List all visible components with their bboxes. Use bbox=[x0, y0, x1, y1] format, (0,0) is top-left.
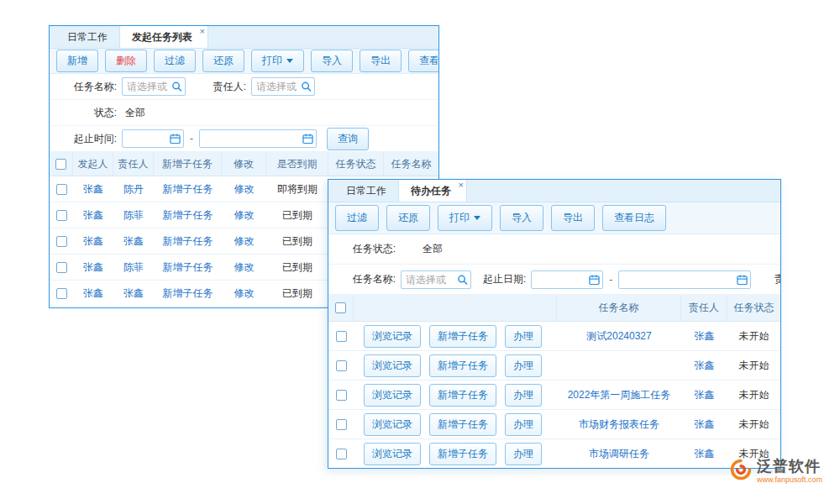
browse-records-button[interactable]: 浏览记录 bbox=[364, 443, 421, 465]
import-button[interactable]: 导入 bbox=[500, 205, 543, 231]
add-subtask-button[interactable]: 新增子任务 bbox=[429, 384, 496, 407]
handle-button[interactable]: 办理 bbox=[505, 413, 542, 436]
col-header-due[interactable]: 是否到期 bbox=[266, 152, 328, 176]
calendar-icon[interactable] bbox=[170, 134, 181, 144]
browse-records-button[interactable]: 浏览记录 bbox=[364, 384, 421, 407]
owner-link[interactable]: 张鑫 bbox=[681, 447, 727, 461]
add-subtask-button[interactable]: 新增子任务 bbox=[429, 325, 496, 348]
due-status: 已到期 bbox=[266, 208, 328, 223]
row-checkbox[interactable] bbox=[336, 419, 347, 430]
row-checkbox[interactable] bbox=[336, 331, 347, 342]
add-subtask-button[interactable]: 新增子任务 bbox=[429, 354, 496, 377]
row-checkbox[interactable] bbox=[56, 210, 67, 221]
row-checkbox[interactable] bbox=[336, 390, 347, 401]
restore-button[interactable]: 还原 bbox=[202, 50, 244, 72]
tab-initiated-task-list[interactable]: 发起任务列表 × bbox=[119, 26, 208, 48]
col-header-owner[interactable]: 责任人 bbox=[681, 295, 727, 321]
row-checkbox[interactable] bbox=[56, 236, 67, 247]
task-status-value[interactable]: 全部 bbox=[423, 242, 443, 256]
query-button[interactable]: 查询 bbox=[327, 128, 369, 150]
view-log-button[interactable]: 查看日志 bbox=[408, 50, 439, 72]
modify-link[interactable]: 修改 bbox=[222, 260, 266, 275]
handle-button[interactable]: 办理 bbox=[505, 384, 542, 407]
calendar-icon[interactable] bbox=[302, 134, 313, 144]
col-header-owner[interactable]: 责任人 bbox=[113, 152, 154, 176]
modify-link[interactable]: 修改 bbox=[222, 234, 266, 249]
delete-button[interactable]: 删除 bbox=[105, 50, 147, 72]
add-subtask-link[interactable]: 新增子任务 bbox=[154, 260, 222, 275]
col-header-task-status[interactable]: 任务状态 bbox=[727, 295, 780, 321]
handle-button[interactable]: 办理 bbox=[505, 443, 542, 465]
owner-link[interactable]: 张鑫 bbox=[113, 286, 154, 301]
browse-records-button[interactable]: 浏览记录 bbox=[364, 354, 421, 377]
handle-button[interactable]: 办理 bbox=[505, 354, 542, 377]
calendar-icon[interactable] bbox=[737, 274, 748, 285]
modify-link[interactable]: 修改 bbox=[222, 182, 266, 197]
close-icon[interactable]: × bbox=[200, 26, 205, 36]
handle-button[interactable]: 办理 bbox=[505, 325, 542, 348]
owner-link[interactable]: 张鑫 bbox=[681, 388, 727, 402]
row-checkbox[interactable] bbox=[336, 449, 347, 459]
filter-button[interactable]: 过滤 bbox=[335, 205, 379, 231]
filter-button[interactable]: 过滤 bbox=[154, 50, 196, 72]
row-checkbox[interactable] bbox=[336, 360, 347, 371]
calendar-icon[interactable] bbox=[589, 274, 600, 285]
close-icon[interactable]: × bbox=[459, 180, 464, 190]
view-log-button[interactable]: 查看日志 bbox=[602, 205, 666, 231]
add-subtask-link[interactable]: 新增子任务 bbox=[154, 234, 222, 249]
restore-button[interactable]: 还原 bbox=[386, 205, 430, 231]
row-checkbox[interactable] bbox=[56, 184, 67, 195]
add-subtask-link[interactable]: 新增子任务 bbox=[154, 182, 222, 197]
tab-daily-work[interactable]: 日常工作 bbox=[55, 26, 119, 48]
export-button[interactable]: 导出 bbox=[360, 50, 402, 72]
browse-records-button[interactable]: 浏览记录 bbox=[364, 325, 421, 348]
initiator-link[interactable]: 张鑫 bbox=[73, 286, 113, 301]
modify-link[interactable]: 修改 bbox=[222, 208, 266, 223]
task-name-link[interactable]: 市场财务报表任务 bbox=[557, 417, 681, 432]
row-checkbox[interactable] bbox=[56, 288, 67, 299]
col-header-modify[interactable]: 修改 bbox=[222, 152, 266, 176]
task-name-link[interactable]: 2022年第一周施工任务 bbox=[557, 388, 681, 402]
row-checkbox[interactable] bbox=[56, 262, 67, 273]
col-header-initiator[interactable]: 发起人 bbox=[73, 152, 113, 176]
search-icon[interactable] bbox=[301, 81, 312, 92]
select-all-checkbox[interactable] bbox=[335, 302, 346, 313]
owner-link[interactable]: 陈菲 bbox=[113, 208, 154, 223]
status-value[interactable]: 全部 bbox=[125, 106, 145, 120]
export-button[interactable]: 导出 bbox=[551, 205, 595, 231]
initiator-link[interactable]: 张鑫 bbox=[73, 182, 113, 197]
owner-link[interactable]: 张鑫 bbox=[681, 329, 727, 344]
initiator-link[interactable]: 张鑫 bbox=[73, 208, 113, 223]
print-button[interactable]: 打印 bbox=[251, 50, 304, 72]
tab-daily-work[interactable]: 日常工作 bbox=[334, 180, 398, 202]
task-name-link[interactable]: 市场调研任务 bbox=[557, 447, 681, 461]
add-subtask-link[interactable]: 新增子任务 bbox=[154, 208, 222, 223]
owner-link[interactable]: 张鑫 bbox=[681, 359, 727, 373]
select-all-checkbox[interactable] bbox=[55, 159, 66, 170]
owner-link[interactable]: 陈菲 bbox=[113, 260, 154, 275]
task-name-link[interactable]: 测试20240327 bbox=[557, 329, 681, 344]
owner-link[interactable]: 张鑫 bbox=[681, 417, 727, 432]
toolbar: 新增 删除 过滤 还原 打印 导入 导出 查看日志 bbox=[50, 49, 438, 74]
search-icon[interactable] bbox=[171, 81, 182, 92]
add-subtask-link[interactable]: 新增子任务 bbox=[154, 286, 222, 301]
browse-records-button[interactable]: 浏览记录 bbox=[364, 413, 421, 436]
tab-todo-tasks[interactable]: 待办任务 × bbox=[398, 180, 467, 202]
add-subtask-button[interactable]: 新增子任务 bbox=[429, 443, 496, 465]
add-subtask-button[interactable]: 新增子任务 bbox=[429, 413, 496, 436]
end-date-input[interactable] bbox=[619, 271, 750, 288]
add-button[interactable]: 新增 bbox=[56, 50, 98, 72]
search-icon[interactable] bbox=[457, 274, 468, 285]
modify-link[interactable]: 修改 bbox=[222, 286, 266, 301]
col-header-task-status[interactable]: 任务状态 bbox=[328, 152, 384, 176]
print-button[interactable]: 打印 bbox=[438, 205, 492, 231]
col-header-add-subtask[interactable]: 新增子任务 bbox=[154, 152, 222, 176]
end-date-input[interactable] bbox=[200, 130, 316, 147]
col-header-task-name[interactable]: 任务名称 bbox=[557, 295, 681, 321]
col-header-task-name[interactable]: 任务名称 bbox=[384, 152, 438, 176]
owner-link[interactable]: 陈丹 bbox=[113, 182, 154, 197]
owner-link[interactable]: 张鑫 bbox=[113, 234, 154, 249]
import-button[interactable]: 导入 bbox=[311, 50, 353, 72]
initiator-link[interactable]: 张鑫 bbox=[73, 234, 113, 249]
initiator-link[interactable]: 张鑫 bbox=[73, 260, 113, 275]
